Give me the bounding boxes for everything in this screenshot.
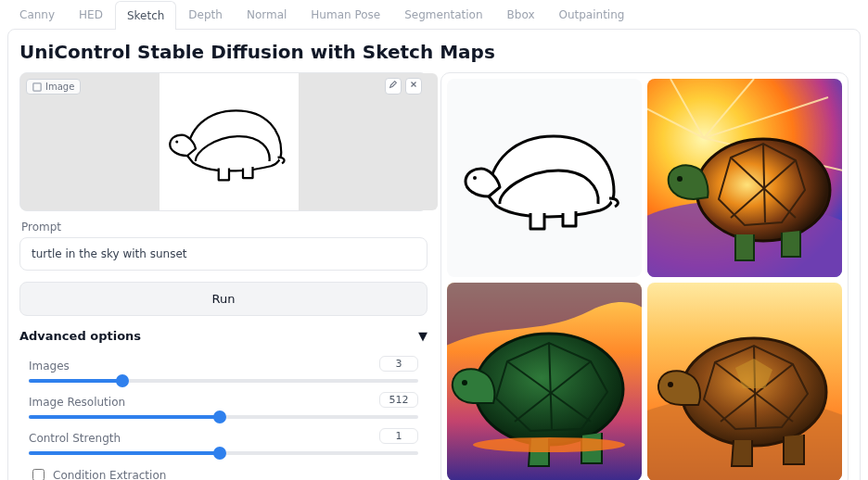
slider-image-resolution[interactable]: Image Resolution512 — [29, 392, 418, 419]
checkbox-condition-extraction[interactable]: Condition Extraction — [29, 466, 418, 480]
slider-value: 1 — [379, 428, 418, 444]
svg-point-17 — [668, 382, 673, 387]
slider-images[interactable]: Images3 — [29, 356, 418, 383]
tab-canny[interactable]: Canny — [7, 0, 67, 29]
tab-hed[interactable]: HED — [67, 0, 115, 29]
edit-icon — [389, 80, 398, 89]
edit-button[interactable] — [385, 78, 402, 95]
tab-normal[interactable]: Normal — [235, 0, 299, 29]
tab-bbox[interactable]: Bbox — [495, 0, 547, 29]
right-column — [440, 72, 849, 480]
slider-control-strength[interactable]: Control Strength1 — [29, 428, 418, 455]
svg-point-14 — [473, 437, 625, 452]
gallery-item-2[interactable] — [447, 283, 642, 480]
svg-point-2 — [473, 176, 477, 180]
gallery-item-sketch[interactable] — [447, 79, 642, 277]
image-chip: Image — [26, 79, 81, 95]
tab-human-pose[interactable]: Human Pose — [299, 0, 392, 29]
prompt-label: Prompt — [21, 221, 426, 234]
page-title: UniControl Stable Diffusion with Sketch … — [19, 41, 849, 63]
tab-outpainting[interactable]: Outpainting — [547, 0, 637, 29]
svg-rect-0 — [33, 82, 41, 90]
left-column: Image — [19, 72, 428, 480]
slider-value: 512 — [379, 392, 418, 408]
tab-sketch[interactable]: Sketch — [115, 1, 176, 30]
image-icon — [32, 82, 42, 92]
image-input[interactable]: Image — [19, 72, 428, 211]
slider-thumb[interactable] — [116, 374, 129, 387]
tab-panel: UniControl Stable Diffusion with Sketch … — [7, 29, 861, 480]
tabs: CannyHEDSketchDepthNormalHuman PoseSegme… — [0, 0, 868, 29]
svg-point-13 — [462, 380, 467, 385]
close-icon — [409, 80, 418, 89]
gallery-item-3[interactable] — [647, 283, 842, 480]
prompt-input[interactable]: turtle in the sky with sunset — [19, 237, 428, 271]
caret-icon: ▼ — [418, 329, 428, 343]
svg-point-10 — [677, 176, 683, 182]
advanced-toggle[interactable]: Advanced options ▼ — [19, 329, 428, 343]
uploaded-sketch — [160, 73, 299, 210]
output-gallery[interactable] — [440, 72, 849, 480]
svg-point-1 — [175, 141, 178, 144]
slider-thumb[interactable] — [213, 411, 226, 423]
gallery-item-1[interactable] — [647, 79, 842, 277]
tab-depth[interactable]: Depth — [176, 0, 235, 29]
slider-value: 3 — [379, 356, 418, 372]
slider-thumb[interactable] — [213, 447, 226, 460]
clear-button[interactable] — [405, 78, 422, 95]
tab-segmentation[interactable]: Segmentation — [392, 0, 494, 29]
advanced-options: Advanced options ▼ Images3Image Resoluti… — [19, 329, 428, 480]
run-button[interactable]: Run — [19, 282, 428, 316]
